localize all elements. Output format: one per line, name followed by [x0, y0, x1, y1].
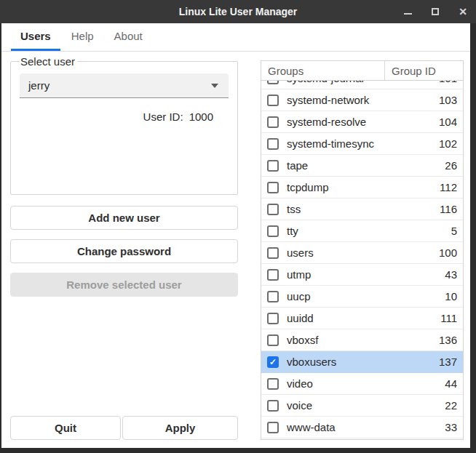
minimize-button[interactable] [402, 6, 413, 17]
group-name: uucp [287, 290, 445, 302]
group-name: tape [287, 159, 445, 172]
group-name: tty [287, 225, 451, 237]
group-checkbox[interactable] [267, 334, 279, 346]
user-dropdown-value: jerry [28, 79, 211, 92]
group-id: 104 [439, 116, 457, 128]
column-header-groups[interactable]: Groups [261, 61, 385, 80]
group-name: systemd-journal [287, 81, 439, 84]
groups-rows: systemd-journal 101 systemd-network 103 … [261, 81, 463, 439]
group-id: 102 [439, 137, 457, 150]
chevron-down-icon [211, 84, 218, 88]
group-id: 26 [445, 159, 457, 172]
group-id: 136 [439, 334, 457, 346]
group-checkbox[interactable] [267, 400, 279, 412]
apply-button[interactable]: Apply [122, 416, 238, 440]
group-name: systemd-network [287, 94, 439, 106]
group-checkbox[interactable] [267, 225, 279, 237]
group-name: voice [287, 399, 445, 412]
group-name: systemd-resolve [287, 116, 439, 128]
tab-users[interactable]: Users [11, 23, 60, 51]
table-row[interactable]: uuidd 111 [261, 308, 463, 329]
group-checkbox[interactable] [267, 138, 279, 150]
group-id: 43 [445, 268, 457, 281]
group-checkbox[interactable] [267, 422, 279, 433]
tab-users-label: Users [20, 30, 51, 42]
titlebar[interactable]: Linux Lite User Manager ✕ [0, 0, 476, 23]
user-id-line: User ID:1000 [20, 111, 229, 123]
group-checkbox[interactable] [267, 182, 279, 193]
table-row[interactable]: voice 22 [261, 395, 463, 417]
group-checkbox[interactable] [267, 95, 279, 106]
group-id: 101 [439, 81, 457, 84]
table-row[interactable]: tcpdump 112 [261, 177, 463, 199]
group-id: 33 [445, 421, 457, 433]
close-icon: ✕ [459, 7, 467, 17]
maximize-icon [432, 8, 439, 15]
groups-table: Groups Group ID systemd-journal 101 syst… [261, 60, 464, 440]
add-new-user-button[interactable]: Add new user [10, 206, 238, 230]
tab-help-label: Help [71, 30, 94, 42]
group-id: 116 [440, 203, 457, 215]
table-row[interactable]: systemd-network 103 [261, 89, 463, 111]
group-id: 44 [445, 377, 457, 390]
table-row[interactable]: users 100 [261, 242, 463, 264]
group-checkbox[interactable] [267, 160, 279, 172]
window-controls: ✕ [402, 0, 469, 23]
quit-button[interactable]: Quit [10, 416, 121, 440]
group-id: 10 [445, 290, 457, 302]
table-row[interactable]: vboxsf 136 [261, 329, 463, 351]
app-window: Linux Lite User Manager ✕ Users Help Abo… [0, 0, 476, 453]
table-row[interactable]: tty 5 [261, 220, 463, 242]
tab-about-label: About [114, 30, 143, 42]
table-row[interactable]: utmp 43 [261, 264, 463, 286]
user-id-value: 1000 [189, 111, 213, 123]
minimize-icon [404, 13, 412, 15]
table-row[interactable]: systemd-timesync 102 [261, 133, 463, 155]
group-name: uuidd [287, 312, 440, 324]
group-checkbox[interactable] [267, 378, 279, 390]
remove-selected-user-button[interactable]: Remove selected user [10, 273, 238, 297]
group-name: tss [287, 203, 440, 215]
group-name: systemd-timesync [287, 137, 439, 150]
group-name: video [287, 377, 445, 390]
select-user-label: Select user [20, 55, 77, 68]
group-name: tcpdump [287, 181, 440, 193]
groups-table-header: Groups Group ID [261, 61, 463, 81]
table-row[interactable]: video 44 [261, 373, 463, 395]
group-id: 22 [445, 399, 457, 412]
tab-help[interactable]: Help [62, 23, 103, 51]
column-header-group-id[interactable]: Group ID [385, 61, 463, 80]
tab-bar: Users Help About [1, 23, 470, 52]
maximize-button[interactable] [429, 6, 441, 17]
group-name: www-data [287, 421, 445, 433]
group-id: 100 [439, 246, 457, 259]
table-row[interactable]: tape 26 [261, 155, 463, 177]
group-checkbox[interactable] [267, 313, 279, 324]
content-area: Users Help About Select user jerry User … [1, 23, 470, 448]
table-row[interactable]: uucp 10 [261, 286, 463, 308]
group-name: vboxusers [287, 356, 439, 368]
group-id: 112 [440, 181, 457, 193]
group-checkbox[interactable] [267, 291, 279, 302]
select-user-groupbox: Select user jerry User ID:1000 [10, 55, 238, 195]
change-password-button[interactable]: Change password [10, 239, 238, 263]
user-id-label: User ID: [143, 111, 183, 123]
table-row[interactable]: www-data 33 [261, 417, 463, 438]
group-checkbox[interactable]: ✓ [267, 356, 279, 368]
table-row[interactable]: tss 116 [261, 199, 463, 220]
group-name: utmp [287, 268, 445, 281]
group-id: 137 [439, 356, 457, 368]
tab-about[interactable]: About [105, 23, 152, 51]
close-button[interactable]: ✕ [457, 6, 469, 17]
group-checkbox[interactable] [267, 204, 279, 215]
group-checkbox[interactable] [267, 247, 279, 259]
table-row[interactable]: systemd-resolve 104 [261, 111, 463, 133]
table-row[interactable]: ✓ vboxusers 137 [261, 351, 463, 373]
user-dropdown[interactable]: jerry [20, 73, 229, 98]
table-row[interactable]: systemd-journal 101 [261, 81, 463, 89]
group-checkbox[interactable] [267, 81, 279, 84]
group-name: users [287, 246, 439, 259]
group-checkbox[interactable] [267, 116, 279, 128]
window-title: Linux Lite User Manager [179, 6, 298, 17]
group-checkbox[interactable] [267, 269, 279, 281]
